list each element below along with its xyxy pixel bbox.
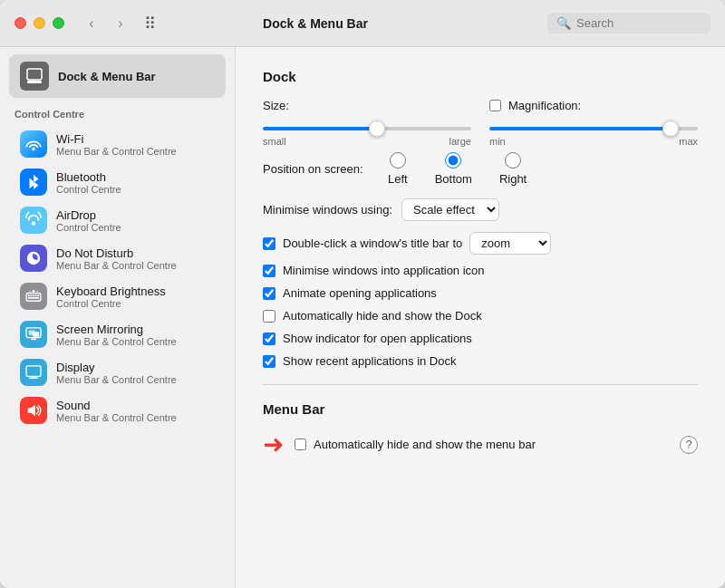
minimize-button[interactable] bbox=[34, 17, 45, 29]
indicator-checkbox[interactable] bbox=[263, 333, 276, 345]
animate-label: Animate opening applications bbox=[283, 286, 437, 300]
screen-mirroring-icon bbox=[20, 321, 47, 348]
arrow-indicator: ➜ bbox=[263, 429, 284, 459]
dock-section-title: Dock bbox=[263, 69, 698, 84]
search-input[interactable] bbox=[576, 16, 701, 30]
svg-rect-8 bbox=[37, 294, 39, 296]
checkbox-animate: Animate opening applications bbox=[263, 286, 698, 300]
checkbox-autohide: Automatically hide and show the Dock bbox=[263, 309, 698, 323]
menu-bar-autohide-row: ➜ Automatically hide and show the menu b… bbox=[263, 429, 698, 459]
bluetooth-icon bbox=[20, 169, 47, 196]
divider bbox=[263, 384, 698, 385]
sidebar-item-dock-menu-bar[interactable]: Dock & Menu Bar bbox=[9, 54, 226, 98]
svg-rect-1 bbox=[27, 81, 42, 83]
sidebar-section-label: Control Centre bbox=[14, 109, 220, 120]
svg-rect-5 bbox=[31, 294, 33, 296]
recent-checkbox[interactable] bbox=[263, 355, 276, 368]
minimise-label: Minimise windows using: bbox=[263, 203, 392, 217]
double-click-action-select[interactable]: zoom minimise bbox=[469, 232, 551, 255]
sidebar-item-keyboard-brightness[interactable]: Keyboard Brightness Control Centre bbox=[5, 277, 229, 315]
sliders-area: Size: small large Magnification: min bbox=[263, 99, 698, 147]
dnd-icon bbox=[20, 245, 47, 272]
sidebar-display-text: Display Menu Bar & Control Centre bbox=[56, 361, 177, 385]
svg-line-11 bbox=[29, 291, 30, 292]
sidebar-item-wifi[interactable]: Wi-Fi Menu Bar & Control Centre bbox=[5, 125, 229, 163]
sidebar-item-airdrop[interactable]: AirDrop Control Centre bbox=[5, 201, 229, 239]
sound-icon bbox=[20, 397, 47, 424]
wifi-icon bbox=[20, 130, 47, 158]
autohide-dock-label: Automatically hide and show the Dock bbox=[283, 309, 482, 323]
position-bottom[interactable]: Bottom bbox=[435, 152, 472, 186]
menu-bar-title: Menu Bar bbox=[263, 401, 698, 417]
position-bottom-radio[interactable] bbox=[445, 152, 461, 169]
sidebar-mirror-text: Screen Mirroring Menu Bar & Control Cent… bbox=[56, 323, 177, 347]
magnification-slider[interactable] bbox=[489, 127, 698, 130]
menu-bar-section: Menu Bar ➜ Automatically hide and show t… bbox=[263, 401, 698, 459]
magnification-group: Magnification: min max bbox=[489, 99, 698, 147]
svg-rect-16 bbox=[31, 338, 35, 340]
svg-rect-0 bbox=[27, 69, 42, 80]
double-click-label: Double-click a window's title bar to bbox=[283, 236, 462, 250]
sidebar-dnd-text: Do Not Disturb Menu Bar & Control Centre bbox=[56, 246, 177, 271]
svg-line-12 bbox=[37, 291, 38, 292]
autohide-menubar-label: Automatically hide and show the menu bar bbox=[314, 438, 536, 451]
animate-checkbox[interactable] bbox=[263, 287, 276, 300]
position-left-label: Left bbox=[388, 172, 408, 186]
position-left-radio[interactable] bbox=[390, 152, 406, 169]
close-button[interactable] bbox=[14, 17, 26, 29]
autohide-menubar-checkbox[interactable] bbox=[295, 439, 306, 450]
checkbox-indicator: Show indicator for open applications bbox=[263, 332, 698, 345]
minimise-effect-select[interactable]: Scale effect Genie effect bbox=[401, 198, 499, 221]
dock-menu-bar-icon bbox=[20, 62, 49, 91]
svg-rect-17 bbox=[26, 366, 41, 377]
display-icon bbox=[20, 359, 47, 386]
sidebar-item-sound[interactable]: Sound Menu Bar & Control Centre bbox=[5, 391, 229, 429]
autohide-dock-checkbox[interactable] bbox=[263, 310, 276, 323]
size-slider-group: Size: small large bbox=[263, 99, 471, 147]
svg-rect-4 bbox=[28, 294, 30, 296]
position-radio-group: Left Bottom Right bbox=[388, 152, 527, 186]
size-slider[interactable] bbox=[263, 127, 471, 130]
svg-rect-6 bbox=[33, 294, 34, 296]
position-right-radio[interactable] bbox=[505, 152, 521, 169]
size-label: Size: bbox=[263, 99, 471, 112]
svg-point-10 bbox=[33, 290, 35, 293]
position-row: Position on screen: Left Bottom Right bbox=[263, 152, 698, 186]
sidebar: Dock & Menu Bar Control Centre Wi-Fi Men… bbox=[0, 47, 236, 588]
traffic-lights bbox=[14, 17, 64, 29]
minimise-into-app-checkbox[interactable] bbox=[263, 265, 276, 277]
magnification-header: Magnification: bbox=[489, 99, 698, 112]
double-click-checkbox[interactable] bbox=[263, 237, 276, 250]
fullscreen-button[interactable] bbox=[53, 17, 64, 29]
help-button[interactable]: ? bbox=[680, 436, 698, 454]
minimise-row: Minimise windows using: Scale effect Gen… bbox=[263, 198, 698, 221]
sidebar-active-label: Dock & Menu Bar bbox=[58, 70, 156, 83]
position-right[interactable]: Right bbox=[499, 152, 527, 186]
keyboard-brightness-icon bbox=[20, 283, 47, 310]
position-right-label: Right bbox=[499, 172, 527, 186]
window-title: Dock & Menu Bar bbox=[83, 16, 547, 31]
sidebar-item-bluetooth[interactable]: Bluetooth Control Centre bbox=[5, 163, 229, 201]
position-label: Position on screen: bbox=[263, 162, 381, 176]
double-click-row: Double-click a window's title bar to zoo… bbox=[263, 232, 698, 255]
position-left[interactable]: Left bbox=[388, 152, 408, 186]
airdrop-icon bbox=[20, 207, 47, 234]
magnification-label: Magnification: bbox=[508, 99, 581, 112]
search-bar[interactable]: 🔍 bbox=[547, 13, 710, 34]
sidebar-bt-text: Bluetooth Control Centre bbox=[56, 170, 121, 195]
sidebar-item-dnd[interactable]: Do Not Disturb Menu Bar & Control Centre bbox=[5, 239, 229, 277]
size-labels: small large bbox=[263, 136, 471, 147]
magnification-checkbox[interactable] bbox=[489, 100, 501, 111]
recent-label: Show recent applications in Dock bbox=[283, 354, 457, 368]
main-panel: Dock Size: small large Magnification: bbox=[236, 47, 725, 588]
sidebar-item-screen-mirroring[interactable]: Screen Mirroring Menu Bar & Control Cent… bbox=[5, 315, 229, 353]
sidebar-item-display[interactable]: Display Menu Bar & Control Centre bbox=[5, 353, 229, 391]
svg-rect-15 bbox=[33, 332, 39, 336]
sidebar-kb-text: Keyboard Brightness Control Centre bbox=[56, 284, 166, 309]
magnify-labels: min max bbox=[489, 136, 698, 147]
position-bottom-label: Bottom bbox=[435, 172, 472, 186]
sidebar-wifi-text: Wi-Fi Menu Bar & Control Centre bbox=[56, 132, 177, 157]
indicator-label: Show indicator for open applications bbox=[283, 332, 472, 345]
svg-rect-7 bbox=[35, 294, 37, 296]
content-area: Dock & Menu Bar Control Centre Wi-Fi Men… bbox=[0, 47, 725, 588]
